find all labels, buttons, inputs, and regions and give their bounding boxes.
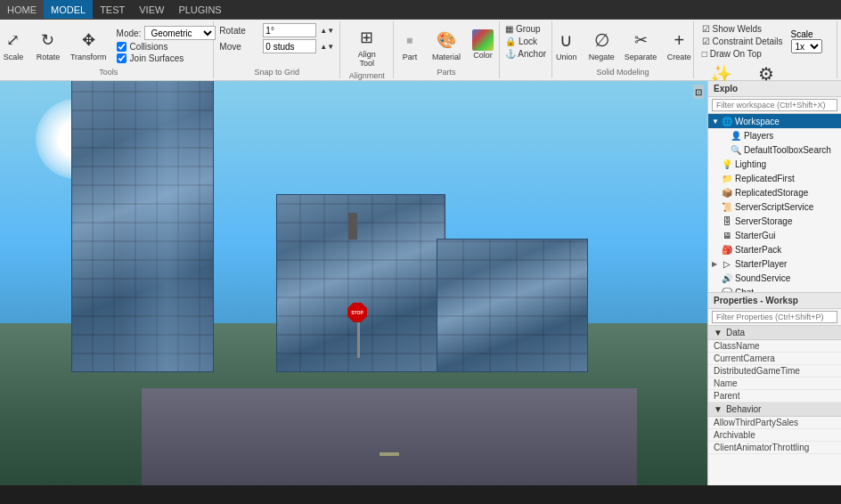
prop-name: Name [708, 378, 841, 390]
tools-label: Tools [99, 66, 118, 77]
tree-item-server-storage[interactable]: 🗄 ServerStorage [708, 214, 841, 228]
align-tool-button[interactable]: ⊞ Align Tool [351, 23, 383, 69]
negate-button[interactable]: ∅ Negate [585, 26, 618, 63]
starter-gui-icon: 🖥 [721, 229, 733, 241]
menu-item-test[interactable]: TEST [93, 0, 132, 19]
prop-archivable-label: Archivable [714, 430, 775, 440]
union-button[interactable]: ∪ Union [551, 26, 583, 63]
tree-item-sound-service[interactable]: 🔊 SoundService [708, 271, 841, 285]
rotate-icon: ↻ [36, 28, 61, 53]
material-button[interactable]: 🎨 Material [429, 26, 464, 63]
repl-first-icon: 📁 [721, 172, 733, 184]
rotate-snap-row: Rotate ▲▼ [219, 23, 334, 37]
building-small [437, 239, 588, 372]
material-icon: 🎨 [434, 28, 459, 53]
color-button[interactable]: Color [467, 28, 499, 61]
ribbon-group-alignment: ⊞ Align Tool Alignment [340, 21, 394, 78]
ribbon-group-parts: ▪ Part 🎨 Material Color Parts [394, 21, 500, 78]
prop-gametime-label: DistributedGameTime [714, 366, 800, 376]
draw-on-top-button[interactable]: □ Draw On Top [699, 48, 786, 60]
parts-label: Parts [437, 66, 455, 77]
data-section-header: ▼ Data [708, 326, 841, 340]
toolbox-label: DefaultToolboxSearch [744, 145, 831, 155]
players-icon: 👤 [730, 129, 742, 142]
rotate-button[interactable]: ↻ Rotate [32, 26, 64, 63]
explorer-search-container [708, 97, 841, 114]
move-snap-input[interactable] [263, 39, 316, 53]
tree-item-starter-gui[interactable]: 🖥 StarterGui [708, 228, 841, 242]
prop-search-input[interactable] [712, 311, 837, 323]
part-button[interactable]: ▪ Part [394, 26, 426, 63]
transform-button[interactable]: ✥ Transform [67, 26, 110, 63]
viewport-expand-button[interactable]: ⊡ [693, 85, 704, 99]
server-script-icon: 📜 [721, 200, 733, 213]
create-button[interactable]: + Create [663, 26, 695, 63]
workspace-icon: 🌐 [721, 115, 733, 127]
tree-item-toolbox-search[interactable]: 🔍 DefaultToolboxSearch [708, 142, 841, 157]
ribbon-group-constraints: ☑ Show Welds ☑ Constraint Details □ Draw… [694, 21, 837, 78]
rotate-snap-arrow[interactable]: ▲▼ [320, 27, 334, 35]
move-snap-row: Move ▲▼ [219, 39, 334, 53]
tree-item-replicated-first[interactable]: 📁 ReplicatedFirst [708, 171, 841, 185]
starter-player-label: StarterPlayer [735, 259, 787, 269]
rotate-snap-input[interactable] [263, 23, 316, 37]
collisions-checkbox[interactable] [117, 42, 127, 52]
menu-item-home[interactable]: HOME [0, 0, 44, 19]
move-snap-arrow[interactable]: ▲▼ [320, 43, 334, 51]
color-icon [472, 29, 494, 51]
tree-item-players[interactable]: 👤 Players [708, 128, 841, 142]
scale-button[interactable]: ⤢ Scale [0, 26, 29, 63]
viewport[interactable]: STOP ⊡ [0, 81, 707, 485]
join-surfaces-checkbox[interactable] [117, 53, 127, 63]
road [142, 388, 637, 485]
constraint-details-button[interactable]: ☑ Constraint Details [699, 36, 786, 47]
align-buttons: ⊞ Align Tool [351, 23, 383, 69]
tree-item-lighting[interactable]: 💡 Lighting [708, 157, 841, 171]
anchor-button[interactable]: ⚓ Anchor [502, 48, 549, 60]
building-tall [71, 81, 214, 372]
tree-item-starter-player[interactable]: ▶ ▷ StarterPlayer [708, 256, 841, 271]
solid-label: Solid Modeling [597, 66, 649, 77]
explorer-header: Explo [708, 81, 841, 97]
starter-player-icon: ▷ [721, 257, 733, 270]
behavior-section-label: Behavior [726, 404, 761, 414]
workspace-label: Workspace [735, 117, 780, 126]
repl-storage-icon: 📦 [721, 186, 733, 199]
tree-item-starter-pack[interactable]: 🎒 StarterPack [708, 242, 841, 256]
prop-parent-label: Parent [714, 391, 775, 401]
prop-camera-label: CurrentCamera [714, 354, 775, 363]
explorer-title: Explo [714, 84, 738, 93]
scale-select[interactable]: 1x [791, 39, 822, 53]
lock-button[interactable]: 🔒 Lock [502, 36, 540, 47]
ribbon-group-tools: ⤢ Scale ↻ Rotate ✥ Transform Mode: Geome… [4, 21, 214, 78]
starter-pack-label: StarterPack [735, 245, 781, 255]
tree-item-replicated-storage[interactable]: 📦 ReplicatedStorage [708, 185, 841, 199]
explorer-search-input[interactable] [712, 99, 837, 111]
chat-icon: 💬 [721, 286, 733, 292]
group-button[interactable]: ▦ Group [502, 23, 543, 35]
lock-items: ▦ Group 🔒 Lock ⚓ Anchor [502, 23, 549, 75]
mode-row: Mode: Geometric Physical [117, 26, 216, 40]
union-icon: ∪ [554, 28, 579, 53]
menu-item-plugins[interactable]: PLUGINS [171, 0, 228, 19]
menu-bar: HOME MODEL TEST VIEW PLUGINS [0, 0, 841, 20]
properties-panel: Properties - Worksp ▼ Data ClassName Cur… [708, 292, 841, 454]
mode-select[interactable]: Geometric Physical [144, 26, 216, 40]
show-welds-button[interactable]: ☑ Show Welds [699, 23, 786, 35]
prop-allow-third-party: AllowThirdPartySales [708, 417, 841, 429]
starter-player-arrow: ▶ [712, 260, 721, 268]
prop-classname-label: ClassName [714, 341, 775, 351]
separate-button[interactable]: ✂ Separate [621, 26, 661, 63]
prop-archivable: Archivable [708, 429, 841, 442]
tree-item-chat[interactable]: 💬 Chat [708, 285, 841, 292]
workspace-arrow: ▼ [712, 118, 721, 126]
antenna [348, 213, 357, 240]
tree-item-server-script[interactable]: 📜 ServerScriptService [708, 199, 841, 214]
prop-current-camera: CurrentCamera [708, 353, 841, 365]
menu-item-view[interactable]: VIEW [132, 0, 171, 19]
properties-header: Properties - Worksp [708, 293, 841, 309]
tree-item-workspace[interactable]: ▼ 🌐 Workspace [708, 114, 841, 128]
menu-item-model[interactable]: MODEL [44, 0, 93, 19]
parts-buttons: ▪ Part 🎨 Material Color [394, 23, 499, 66]
data-section-arrow: ▼ [714, 328, 723, 337]
